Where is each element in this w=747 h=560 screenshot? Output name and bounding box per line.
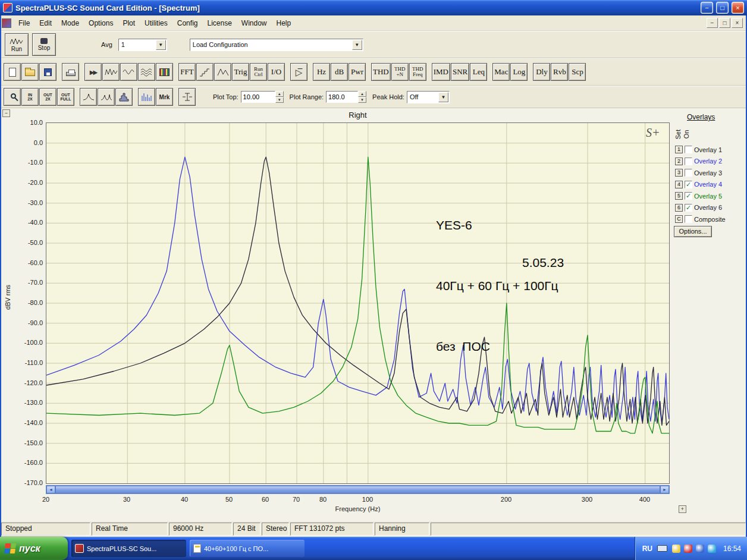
overlay-checkbox-4[interactable]: ✓ — [685, 181, 692, 188]
overlay-set-button-4[interactable]: 4 — [675, 181, 683, 188]
reverb-button[interactable]: Rvb — [551, 63, 568, 81]
menu-item-file[interactable]: File — [14, 17, 34, 29]
start-button[interactable]: пуск — [0, 537, 68, 560]
menu-item-options[interactable]: Options — [84, 17, 118, 29]
trigger-button[interactable]: Trig — [232, 63, 249, 81]
restore-button[interactable]: □ — [716, 2, 729, 14]
amplitude-units-button[interactable]: dB — [331, 63, 348, 81]
fast-forward-button[interactable]: ▶▶ — [84, 63, 102, 81]
plot-top-input[interactable] — [241, 91, 275, 103]
delay-button[interactable]: Dly — [533, 63, 550, 81]
language-indicator[interactable]: RU — [642, 545, 652, 553]
scroll-right-arrow-icon[interactable]: ► — [660, 486, 669, 493]
save-button[interactable] — [39, 63, 57, 81]
mdi-close-button[interactable]: × — [732, 18, 743, 28]
avg-dropdown-arrow-icon[interactable]: ▼ — [156, 40, 166, 50]
io-device-button[interactable]: I/O — [268, 63, 285, 81]
overlay-set-button-C[interactable]: C — [675, 215, 683, 223]
overlay-set-button-1[interactable]: 1 — [675, 146, 683, 153]
power-button[interactable]: Pwr — [349, 63, 366, 81]
logging-button[interactable]: Log — [510, 63, 528, 81]
valley-curve-button[interactable] — [98, 88, 115, 106]
macro-button[interactable]: Mac — [492, 63, 510, 81]
plot-expand-button[interactable]: + — [679, 505, 686, 513]
thd-button[interactable]: THD — [371, 63, 391, 81]
tray-icon-3[interactable] — [696, 545, 704, 553]
spectrogram-button[interactable] — [156, 63, 173, 81]
surface-button[interactable] — [138, 63, 155, 81]
peak-curve-button[interactable] — [80, 88, 97, 106]
load-configuration-dropdown-arrow-icon[interactable]: ▼ — [352, 40, 362, 50]
overlay-checkbox-C[interactable] — [685, 215, 692, 223]
frequency-units-button[interactable]: Hz — [313, 63, 330, 81]
plot-range-input[interactable] — [326, 91, 358, 103]
menu-item-utilities[interactable]: Utilities — [140, 17, 172, 29]
overlay-checkbox-6[interactable]: ✓ — [685, 204, 692, 212]
plot-area[interactable] — [46, 122, 670, 484]
load-configuration-combobox[interactable]: Load Configuration ▼ — [190, 39, 363, 51]
spectrum-lines-button[interactable] — [138, 88, 155, 106]
run-control-button[interactable]: RunCtrl — [250, 63, 267, 81]
taskbar-task-spectraplus[interactable]: SpectraPLUS-SC Sou... — [71, 540, 186, 557]
overlay-set-button-2[interactable]: 2 — [675, 158, 683, 165]
scope-button[interactable]: Scp — [569, 63, 586, 81]
cursor-tool-button[interactable] — [178, 88, 196, 106]
plot-collapse-button[interactable]: − — [2, 109, 10, 117]
menu-item-license[interactable]: License — [202, 17, 236, 29]
peak-hold-combobox[interactable]: Off ▼ — [407, 91, 450, 103]
imd-button[interactable]: IMD — [432, 63, 450, 81]
scaling-button[interactable] — [196, 63, 214, 81]
output-full-button[interactable]: OUTFULL — [57, 88, 74, 106]
peaks-button[interactable] — [214, 63, 231, 81]
run-button[interactable]: Run — [5, 33, 29, 56]
plot-top-spinner[interactable]: ▲▼ — [275, 91, 284, 103]
time-series-button[interactable] — [102, 63, 120, 81]
mdi-minimize-button[interactable]: − — [707, 18, 718, 28]
zoom-button[interactable] — [4, 88, 21, 106]
menu-item-window[interactable]: Window — [237, 17, 272, 29]
avg-combobox[interactable]: 1 ▼ — [118, 39, 167, 51]
plot-range-spinner[interactable]: ▲▼ — [358, 91, 366, 103]
menu-item-mode[interactable]: Mode — [57, 17, 84, 29]
overlay-set-button-5[interactable]: 5 — [675, 192, 683, 200]
taskbar-task-document[interactable]: 40+60+100 Гц с ПО... — [190, 540, 305, 557]
menu-item-help[interactable]: Help — [272, 17, 296, 29]
plot-h-scrollbar[interactable]: ◄ ► — [46, 485, 670, 494]
new-button[interactable] — [4, 63, 21, 81]
tray-icon-2[interactable] — [684, 545, 692, 553]
tray-icon-1[interactable] — [672, 545, 680, 553]
leq-button[interactable]: Leq — [470, 63, 487, 81]
tray-icon-4[interactable] — [708, 545, 716, 553]
open-button[interactable] — [21, 63, 39, 81]
close-button[interactable]: × — [732, 2, 744, 14]
mdi-restore-button[interactable]: □ — [719, 18, 730, 28]
input-2x-button[interactable]: IN2X — [21, 88, 39, 106]
scroll-left-arrow-icon[interactable]: ◄ — [46, 486, 55, 493]
menu-item-edit[interactable]: Edit — [34, 17, 57, 29]
overlay-checkbox-5[interactable]: ✓ — [685, 192, 692, 200]
markers-button[interactable]: Mrk — [156, 88, 173, 106]
menu-item-config[interactable]: Config — [172, 17, 203, 29]
output-2x-button[interactable]: OUT2X — [39, 88, 57, 106]
keyboard-icon[interactable] — [657, 545, 667, 552]
menu-item-plot[interactable]: Plot — [118, 17, 140, 29]
generator-button[interactable]: ▷̅ — [290, 63, 307, 81]
overlay-checkbox-1[interactable] — [685, 146, 692, 153]
overlay-set-button-3[interactable]: 3 — [675, 169, 683, 177]
overlays-options-button[interactable]: Options... — [674, 226, 712, 237]
overlay-checkbox-3[interactable] — [685, 169, 692, 177]
stop-button[interactable]: Stop — [32, 33, 56, 56]
overlay-set-button-6[interactable]: 6 — [675, 204, 683, 212]
thd-freq-button[interactable]: THDFreq — [409, 63, 426, 81]
peak-hold-dropdown-arrow-icon[interactable]: ▼ — [438, 92, 448, 102]
fft-settings-button[interactable]: FFT — [178, 63, 196, 81]
overlay-checkbox-2[interactable] — [685, 158, 692, 165]
thd-n-button[interactable]: THD+N — [391, 63, 409, 81]
histogram-button[interactable] — [115, 88, 133, 106]
phase-button[interactable] — [120, 63, 137, 81]
snr-button[interactable]: SNR — [451, 63, 469, 81]
mdi-child-icon[interactable] — [2, 18, 11, 28]
print-button[interactable] — [62, 63, 79, 81]
scroll-thumb[interactable] — [55, 486, 660, 493]
minimize-button[interactable]: − — [701, 2, 713, 14]
